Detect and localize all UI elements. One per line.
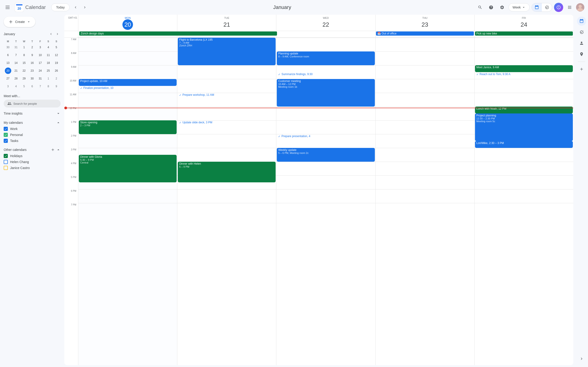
mini-cal-day[interactable]: 6 [28,83,36,90]
event-block[interactable]: Customer meeting10 AM – 12 PMMeeting roo… [277,79,375,107]
event-block[interactable]: Flight to Barcelona (LX 1957 – 9 AMZüric… [178,38,276,65]
mini-cal-day[interactable]: 7 [12,51,20,59]
mini-cal-day[interactable]: 24 [36,67,44,75]
event-block[interactable]: ✓Update slide deck, 3 PM [178,120,276,127]
calendar-view-btn[interactable] [532,3,542,11]
mini-cal-day[interactable]: 22 [20,67,28,75]
mini-cal-day[interactable]: 27 [4,75,12,82]
mini-cal-day[interactable]: 30 [28,75,36,82]
mini-cal-day[interactable]: 2 [28,44,36,51]
other-calendars-header[interactable]: Other calendars [4,147,50,152]
today-button[interactable]: Today [51,3,69,11]
right-add-icon[interactable] [577,65,586,74]
right-calendar-icon[interactable] [577,17,586,26]
mini-cal-day[interactable]: 2 [53,75,60,82]
my-calendars-header[interactable]: My calendars [4,119,61,126]
add-other-calendar[interactable] [50,147,56,153]
mini-cal-day[interactable]: 12 [53,51,60,59]
my-calendar-item[interactable]: Personal [4,132,61,138]
day-col-header[interactable]: FRI 24 [474,15,573,31]
mini-cal-day[interactable]: 5 [20,83,28,90]
mini-cal-day[interactable]: 4 [12,83,20,90]
mini-cal-day[interactable]: 7 [36,83,44,90]
grid-col[interactable] [375,38,474,365]
my-calendar-item[interactable]: Work [4,126,61,132]
mini-cal-day[interactable]: 28 [12,75,20,82]
search-people[interactable]: Search for people [4,100,61,108]
mini-cal-day[interactable]: 1 [20,44,28,51]
event-block[interactable]: ✓Reach out to Tom, 9:30 A [475,72,573,79]
mini-cal-day[interactable]: 3 [4,83,12,90]
event-block[interactable]: Project planning12:30 – 2:30 PMMeeting r… [475,113,573,141]
right-contacts-icon[interactable] [577,39,586,48]
allday-event[interactable]: Pick up new bike [475,32,573,36]
event-block[interactable]: Planning update8 – 9 AM, Conference room [277,51,375,65]
allday-event[interactable]: 📅Out of office [376,32,474,36]
help-button[interactable] [487,3,496,12]
mini-cal-day[interactable]: 23 [28,67,36,75]
allday-event[interactable]: Zürich design days [79,32,277,36]
right-tasks-icon[interactable] [577,28,586,37]
event-block[interactable]: ✓Summarize findings, 9:30 [277,72,375,79]
settings-button[interactable] [497,3,507,12]
mini-cal-day[interactable]: 15 [20,59,28,67]
allday-cell[interactable]: Zürich design days [78,31,177,37]
mini-cal-day[interactable]: 17 [36,59,44,67]
gemini-button[interactable] [554,3,563,12]
day-col-header[interactable]: WED 22 [276,15,375,31]
search-button[interactable] [475,3,485,12]
other-calendar-item[interactable]: Janice Castro [4,165,61,171]
create-button[interactable]: Create [4,17,35,27]
event-block[interactable]: Dinner with Gloria5:30 – 9 PMCentral [79,155,177,182]
right-expand-icon[interactable] [577,354,586,363]
mini-cal-day[interactable]: 3 [36,44,44,51]
apps-button[interactable] [565,3,574,12]
mini-cal-day[interactable]: 16 [28,59,36,67]
mini-cal-day[interactable]: 13 [4,59,12,67]
mini-cal-day[interactable]: 31 [36,75,44,82]
day-col-header[interactable]: TUE 21 [177,15,276,31]
mini-cal-day[interactable]: 1 [45,75,52,82]
event-block[interactable]: Meet Janice, 9 AM [475,65,573,72]
grid-col[interactable]: Flight to Barcelona (LX 1957 – 9 AMZüric… [177,38,276,365]
right-maps-icon[interactable] [577,50,586,59]
mini-cal-day[interactable]: 31 [12,44,20,51]
mini-cal-day[interactable]: 9 [53,83,60,90]
my-calendar-item[interactable]: Tasks [4,138,61,144]
day-col-header[interactable]: THU 23 [375,15,474,31]
next-arrow[interactable] [81,3,89,11]
time-grid[interactable]: 7 AM8 AM9 AM10 AM11 AM12 PM1 PM2 PM3 PM4… [64,38,573,365]
other-calendar-item[interactable]: Helen Chang [4,159,61,165]
mini-cal-day[interactable]: 6 [4,51,12,59]
event-block[interactable]: Store opening2 – 3 PM [79,120,177,134]
event-block[interactable]: Project update, 10 AM [79,79,177,86]
mini-cal-day[interactable]: 4 [45,44,52,51]
time-insights-header[interactable]: Time insights [4,110,61,117]
mini-cal-day[interactable]: 8 [45,83,52,90]
grid-col[interactable]: Meet Janice, 9 AM✓Reach out to Tom, 9:30… [474,38,573,365]
mini-cal-day[interactable]: 26 [53,67,60,75]
mini-cal-prev[interactable] [48,31,54,37]
mini-cal-day[interactable]: 25 [45,67,52,75]
mini-cal-day[interactable]: 5 [53,44,60,51]
mini-cal-day[interactable]: 30 [4,44,12,51]
mini-cal-day[interactable]: 14 [12,59,20,67]
mini-cal-next[interactable] [54,31,61,37]
tasks-view-btn[interactable] [542,3,552,11]
event-block[interactable]: ✓Prepare presentation, 4 [277,134,375,141]
mini-cal-day[interactable]: 11 [45,51,52,59]
grid-col[interactable]: Project update, 10 AM✓Finalize presentat… [78,38,177,365]
event-block[interactable]: Weekly update5 – 6 PM, Meeting room 2c [277,148,375,162]
event-block[interactable]: ✓Finalize presentation, 10 [79,86,177,93]
mini-cal-day[interactable]: 21 [12,67,20,75]
week-view-button[interactable]: Week [509,3,530,11]
mini-cal-day[interactable]: 8 [20,51,28,59]
mini-cal-day[interactable]: 9 [28,51,36,59]
allday-cell[interactable]: 📅Out of office [375,31,474,37]
mini-cal-day[interactable]: 29 [20,75,28,82]
event-block[interactable]: Lunch with Noah, 12 PM [475,107,573,113]
menu-icon[interactable] [4,3,13,12]
allday-cell[interactable] [276,31,375,37]
event-block[interactable]: ✓Prepare workshop, 11 AM [178,93,276,100]
other-calendar-item[interactable]: Holidays [4,153,61,159]
